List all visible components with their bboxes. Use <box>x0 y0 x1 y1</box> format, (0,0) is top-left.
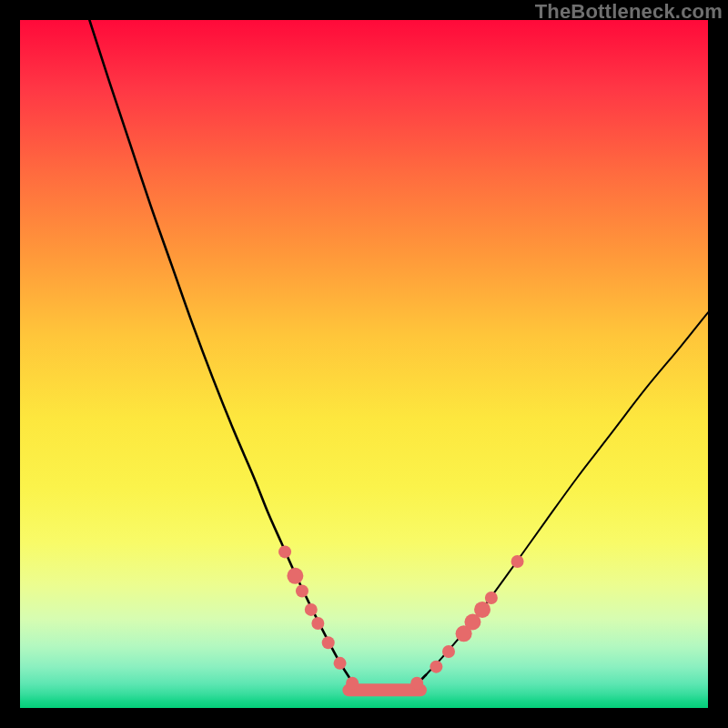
highlight-dot <box>334 657 347 670</box>
plot-area <box>20 20 708 708</box>
highlight-dot <box>311 617 324 630</box>
highlight-dot <box>485 592 498 604</box>
highlight-dot <box>511 555 524 568</box>
chart-svg <box>20 20 708 708</box>
highlight-dot <box>474 602 490 618</box>
highlight-dot <box>278 545 291 558</box>
highlight-dot <box>346 677 359 690</box>
highlight-dot <box>305 603 318 616</box>
highlight-dot <box>430 661 442 673</box>
watermark-text: TheBottleneck.com <box>535 0 723 24</box>
highlight-dot <box>322 636 335 649</box>
highlight-dot <box>410 677 423 690</box>
highlight-dot <box>296 584 308 597</box>
highlight-dot <box>287 568 303 584</box>
bottleneck-curve <box>89 20 708 691</box>
highlight-dot <box>442 645 455 658</box>
curve-left <box>89 20 426 691</box>
